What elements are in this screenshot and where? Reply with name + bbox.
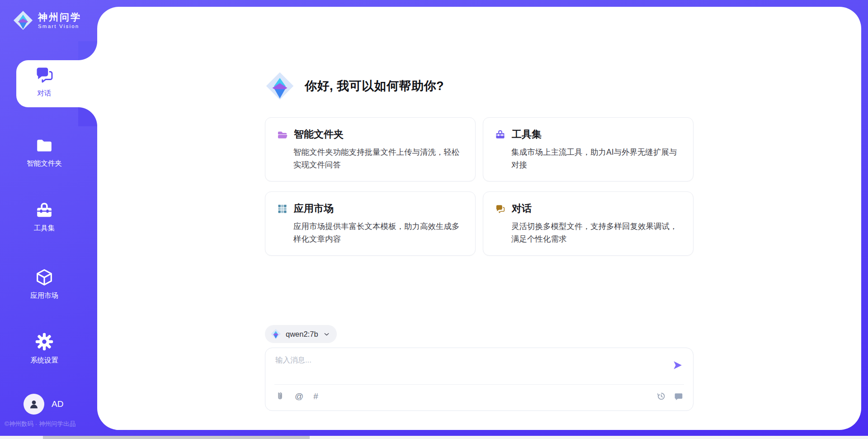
greeting-block: 你好, 我可以如何帮助你? (265, 71, 693, 101)
sidebar-item-settings[interactable]: 系统设置 (16, 332, 72, 365)
card-title: 对话 (512, 202, 532, 215)
card-description: 智能文件夹功能支持批量文件上传与清洗，轻松实现文件问答 (293, 146, 463, 171)
at-icon[interactable]: @ (295, 392, 303, 401)
card-chat[interactable]: 对话 灵活切换多模型文件，支持多样回复效果调试，满足个性化需求 (483, 191, 693, 256)
card-description: 应用市场提供丰富长文本模板，助力高效生成多样化文章内容 (293, 220, 463, 245)
sidebar-item-label: 对话 (38, 89, 52, 98)
greeting-title: 你好, 我可以如何帮助你? (305, 78, 444, 94)
app-logo-icon (265, 71, 295, 101)
card-title: 应用市场 (294, 202, 334, 215)
folder-icon (35, 137, 54, 155)
toolbox-icon (35, 201, 54, 220)
comment-icon[interactable] (674, 392, 683, 401)
user-name: AD (52, 399, 63, 409)
card-toolset[interactable]: 工具集 集成市场上主流工具，助力AI与外界无缝扩展与对接 (483, 117, 693, 181)
model-name: qwen2:7b (286, 330, 318, 339)
grid-icon (277, 204, 288, 214)
composer-tools-right (656, 391, 683, 401)
chat-icon (495, 204, 505, 214)
card-description: 集成市场上主流工具，助力AI与外界无缝扩展与对接 (511, 146, 681, 171)
feature-cards: 智能文件夹 智能文件夹功能支持批量文件上传与清洗，轻松实现文件问答 工具集 集成… (265, 117, 693, 256)
scrollbar-thumb[interactable] (43, 436, 310, 439)
sidebar-item-label: 应用市场 (30, 291, 58, 301)
gear-icon (34, 332, 54, 352)
card-app-market[interactable]: 应用市场 应用市场提供丰富长文本模板，助力高效生成多样化文章内容 (265, 191, 476, 256)
main-panel: 你好, 我可以如何帮助你? 智能文件夹 智能文件夹功能支持批量文件上传与清洗，轻… (97, 7, 861, 430)
composer-tools-left: @ # (275, 391, 318, 401)
user-account[interactable]: AD (24, 394, 63, 415)
sidebar-item-smart-folder[interactable]: 智能文件夹 (16, 137, 72, 168)
sidebar-item-toolset[interactable]: 工具集 (16, 201, 72, 233)
card-title: 工具集 (512, 128, 542, 141)
model-selector[interactable]: qwen2:7b (265, 325, 337, 343)
sidebar-item-label: 系统设置 (30, 356, 58, 365)
card-title: 智能文件夹 (294, 128, 344, 141)
card-smart-folder[interactable]: 智能文件夹 智能文件夹功能支持批量文件上传与清洗，轻松实现文件问答 (265, 117, 476, 181)
history-icon[interactable] (656, 391, 666, 401)
card-description: 灵活切换多模型文件，支持多样回复效果调试，满足个性化需求 (511, 220, 681, 245)
avatar[interactable] (24, 394, 44, 415)
app-logo-icon (13, 10, 33, 31)
toolbox-icon (495, 129, 505, 140)
message-composer: @ # (265, 348, 693, 411)
person-icon (28, 398, 40, 410)
app-logo: 神州问学 Smart Vision (13, 10, 81, 31)
app-logo-icon (270, 329, 281, 339)
app-subtitle: Smart Vision (38, 24, 81, 29)
send-icon[interactable] (672, 360, 683, 371)
composer-toolbar: @ # (275, 391, 683, 401)
horizontal-scrollbar[interactable] (0, 436, 868, 439)
message-input[interactable] (274, 355, 650, 365)
chat-icon (34, 65, 54, 85)
chevron-down-icon (323, 330, 330, 338)
sidebar-item-label: 工具集 (34, 224, 55, 233)
paperclip-icon[interactable] (275, 391, 285, 401)
folder-open-icon (277, 129, 288, 140)
app-name: 神州问学 (38, 12, 81, 23)
sidebar-item-label: 智能文件夹 (27, 159, 62, 168)
copyright-footer: ©神州数码 · 神州问学出品 (5, 420, 75, 428)
divider (274, 384, 684, 385)
sidebar-item-chat[interactable]: 对话 (16, 60, 97, 107)
cube-icon (35, 268, 54, 287)
hash-icon[interactable]: # (313, 392, 318, 401)
sidebar-item-app-market[interactable]: 应用市场 (16, 268, 72, 301)
sidebar: 神州问学 Smart Vision 对话 智能文件夹 工具集 应用市场 系统设置… (0, 0, 97, 439)
